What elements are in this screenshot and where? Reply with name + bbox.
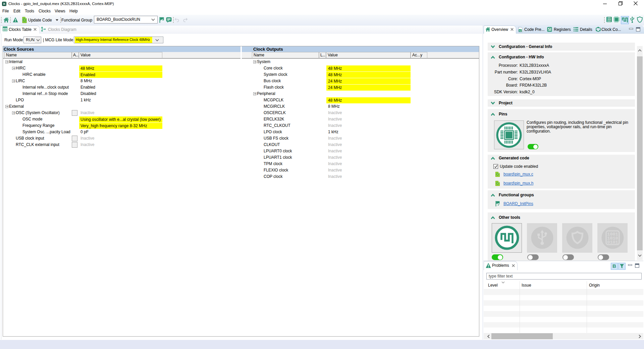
svg-text:0101: 0101 [607,20,611,22]
svg-text:0101: 0101 [607,240,618,245]
svg-text:C: C [519,29,521,32]
